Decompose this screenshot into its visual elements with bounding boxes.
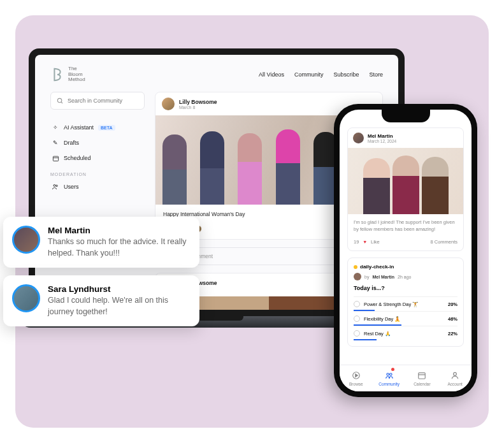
poll-option[interactable]: Power & Strength Day 🏋️ 20% (354, 296, 457, 311)
radio-icon (354, 316, 360, 322)
like-button[interactable]: Like (371, 239, 380, 245)
sidebar-item-users[interactable]: Users (50, 179, 145, 194)
chat-text: Glad I could help. We're all on this jou… (48, 295, 188, 317)
sidebar-item-label: AI Assistant (64, 124, 94, 131)
chat-author: Mel Martin (48, 226, 188, 235)
heart-icon[interactable]: ♥ (362, 239, 368, 245)
poll-option-label: Rest Day 🙏 (364, 331, 391, 337)
account-icon (450, 371, 460, 381)
calendar-icon (417, 371, 427, 381)
community-icon (384, 371, 394, 381)
calendar-icon (52, 154, 59, 162)
sidebar-item-label: Scheduled (64, 155, 91, 161)
author-avatar[interactable] (354, 273, 361, 280)
tab-community[interactable]: Community (373, 365, 406, 391)
author-name[interactable]: Lilly Bowsome (179, 99, 217, 105)
chat-text: Thanks so much for the advice. It really… (48, 236, 188, 259)
nav-store[interactable]: Store (369, 71, 383, 78)
post-time: 2h ago (398, 275, 411, 279)
svg-point-8 (389, 374, 392, 376)
tab-label: Calendar (414, 382, 430, 386)
tab-browse[interactable]: Browse (340, 365, 373, 391)
nav-community[interactable]: Community (294, 71, 324, 78)
top-nav: All Videos Community Subscribe Store (259, 71, 383, 78)
poll-option[interactable]: Flexibility Day 🧘 46% (354, 311, 457, 326)
svg-line-1 (61, 101, 62, 103)
like-count: 19 (354, 239, 359, 245)
post-date: March 12, 2024 (368, 139, 396, 143)
notification-dot (391, 368, 394, 371)
nav-subscribe[interactable]: Subscribe (333, 71, 359, 78)
author-avatar[interactable] (353, 133, 364, 143)
poll-option-label: Flexibility Day 🧘 (364, 316, 400, 322)
phone-device: Mel Martin March 12, 2024 I'm so glad I … (334, 104, 477, 397)
sidebar-item-drafts[interactable]: ✎ Drafts (50, 135, 145, 150)
sidebar-item-label: Drafts (64, 140, 79, 146)
brand-logo[interactable]: TheBloomMethod (50, 66, 85, 83)
radio-icon (354, 330, 360, 337)
svg-point-5 (56, 185, 58, 187)
author-name[interactable]: Mel Martin (368, 133, 396, 139)
svg-rect-9 (419, 373, 426, 379)
comments-link[interactable]: 8 Comments (430, 239, 457, 245)
poll-percentage: 46% (448, 316, 457, 322)
chat-overlay: Mel Martin Thanks so much for the advice… (3, 217, 199, 326)
channel-card: daily-check-in by Mel Martin 2h ago Toda… (347, 258, 464, 347)
channel-title[interactable]: daily-check-in (354, 264, 457, 270)
post-caption: I'm so glad I joined! The support I've b… (348, 214, 463, 235)
poll-percentage: 22% (448, 331, 457, 337)
svg-point-0 (57, 98, 61, 102)
sidebar-item-label: Users (64, 184, 79, 190)
svg-point-7 (387, 374, 389, 376)
poll-percentage: 20% (448, 301, 457, 307)
nav-all-videos[interactable]: All Videos (259, 71, 284, 78)
avatar (12, 226, 40, 254)
mobile-post-card: Mel Martin March 12, 2024 I'm so glad I … (347, 127, 464, 251)
channel-author[interactable]: Mel Martin (372, 275, 394, 279)
sidebar-section-moderation: MODERATION (50, 172, 145, 177)
beta-badge: BETA (98, 125, 115, 131)
by-label: by (364, 275, 369, 279)
avatar (12, 284, 40, 312)
tab-account[interactable]: Account (438, 365, 472, 391)
tab-label: Community (378, 382, 400, 386)
tab-label: Browse (349, 382, 363, 386)
post-image[interactable] (348, 148, 463, 214)
svg-point-4 (54, 185, 55, 187)
poll-option[interactable]: Rest Day 🙏 22% (354, 326, 457, 340)
author-avatar[interactable] (162, 98, 175, 110)
tab-label: Account (447, 382, 463, 386)
poll-option-label: Power & Strength Day 🏋️ (364, 301, 418, 307)
search-icon (57, 97, 64, 105)
tab-bar: Browse Community Calendar Account (340, 365, 472, 391)
channel-status-icon (354, 265, 357, 269)
radio-icon (354, 301, 360, 307)
sidebar-item-ai-assistant[interactable]: ✧ AI Assistant BETA (50, 120, 145, 135)
post-date: March 8 (179, 105, 217, 110)
tab-calendar[interactable]: Calendar (406, 365, 439, 391)
sidebar-item-scheduled[interactable]: Scheduled (50, 150, 145, 166)
svg-point-11 (454, 372, 457, 375)
chat-message[interactable]: Sara Lyndhurst Glad I could help. We're … (3, 275, 199, 326)
svg-rect-2 (53, 156, 58, 161)
app-header: TheBloomMethod All Videos Community Subs… (50, 66, 383, 83)
pencil-icon: ✎ (52, 139, 59, 147)
sparkle-icon: ✧ (52, 124, 59, 131)
play-icon (351, 371, 361, 381)
search-input[interactable] (50, 92, 145, 110)
poll-question: Today is...? (354, 285, 457, 291)
chat-author: Sara Lyndhurst (48, 284, 188, 294)
users-icon (52, 183, 59, 191)
chat-message[interactable]: Mel Martin Thanks so much for the advice… (3, 217, 199, 268)
